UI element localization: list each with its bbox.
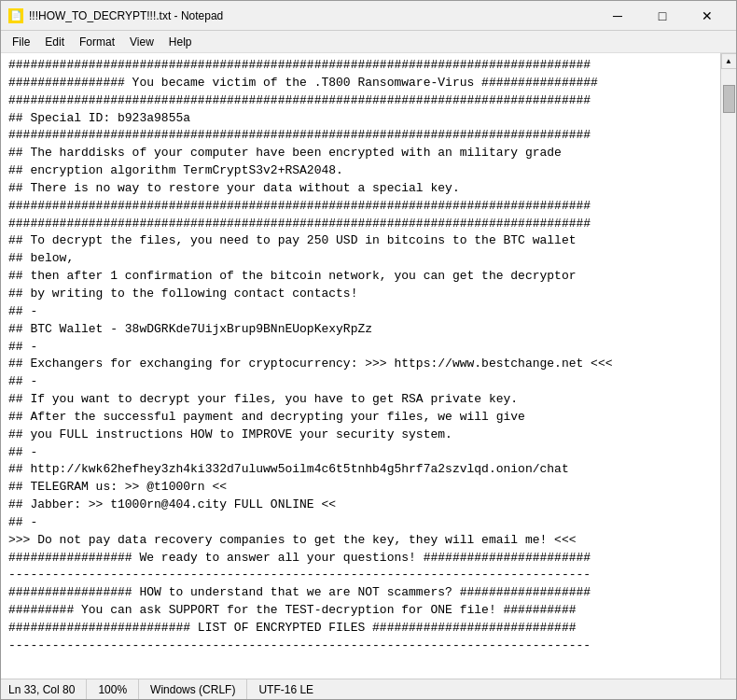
text-editor[interactable]: ########################################… <box>1 53 720 679</box>
title-bar-buttons: ─ □ ✕ <box>596 1 729 31</box>
notepad-window: 📄 !!!HOW_TO_DECRYPT!!!.txt - Notepad ─ □… <box>0 0 737 700</box>
scroll-up-arrow[interactable]: ▲ <box>721 53 737 69</box>
menu-edit[interactable]: Edit <box>37 34 72 50</box>
menu-bar: File Edit Format View Help <box>1 31 736 53</box>
menu-view[interactable]: View <box>122 34 161 50</box>
zoom-level: 100% <box>87 679 139 699</box>
vertical-scrollbar[interactable]: ▲ <box>720 53 736 679</box>
title-bar: 📄 !!!HOW_TO_DECRYPT!!!.txt - Notepad ─ □… <box>1 1 736 31</box>
menu-file[interactable]: File <box>5 34 37 50</box>
editor-area: ########################################… <box>1 53 736 679</box>
cursor-position: Ln 33, Col 80 <box>8 679 87 699</box>
menu-help[interactable]: Help <box>161 34 200 50</box>
menu-format[interactable]: Format <box>72 34 122 50</box>
minimize-button[interactable]: ─ <box>596 1 639 31</box>
line-ending: Windows (CRLF) <box>139 679 247 699</box>
window-title: !!!HOW_TO_DECRYPT!!!.txt - Notepad <box>29 9 596 22</box>
app-icon: 📄 <box>8 8 23 23</box>
maximize-button[interactable]: □ <box>641 1 684 31</box>
close-button[interactable]: ✕ <box>686 1 729 31</box>
encoding: UTF-16 LE <box>247 679 325 699</box>
status-bar: Ln 33, Col 80 100% Windows (CRLF) UTF-16… <box>1 679 736 699</box>
scroll-thumb[interactable] <box>723 85 735 113</box>
